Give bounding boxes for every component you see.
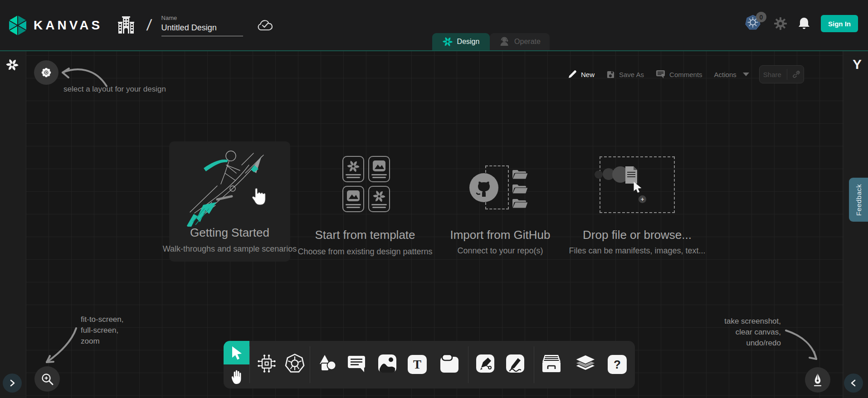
folder-icon xyxy=(512,197,528,209)
card-start-template-title: Start from template xyxy=(297,228,433,242)
dock-divider xyxy=(468,346,468,383)
cursor-arrow-icon xyxy=(633,182,642,193)
left-rail xyxy=(0,51,26,398)
template-spiral-icon xyxy=(347,160,360,173)
github-icon xyxy=(469,173,499,203)
k8s-count-badge: 0 xyxy=(756,12,766,22)
zoom-button[interactable] xyxy=(34,366,60,392)
shapes-icon xyxy=(317,353,338,374)
hand-pan-icon xyxy=(230,369,244,384)
pan-tool[interactable] xyxy=(224,364,249,388)
operate-headset-icon xyxy=(499,36,510,47)
pencil-draw-icon xyxy=(506,354,525,373)
card-drop-file-subtitle: Files can be manifests, images, text... xyxy=(567,246,707,256)
new-button[interactable]: New xyxy=(568,70,595,79)
template-image-icon xyxy=(346,190,360,202)
note-tool[interactable] xyxy=(439,354,459,375)
layer5-y-icon[interactable]: Y xyxy=(853,57,862,72)
expand-right-panel-button[interactable] xyxy=(844,374,863,393)
comment-icon xyxy=(346,354,366,373)
feedback-label: Feedback xyxy=(855,184,863,216)
header-left: KANVAS xyxy=(7,0,275,50)
card-getting-started-title: Getting Started xyxy=(169,226,290,240)
layers-tool[interactable] xyxy=(575,354,596,375)
screenshot-hint-arrow xyxy=(782,328,823,364)
card-getting-started-subtitle: Walk-throughs and sample scenarios xyxy=(158,244,302,254)
image-tool[interactable] xyxy=(378,354,397,375)
actions-label: Actions xyxy=(714,71,736,78)
card-drop-file-title: Drop file or browse... xyxy=(569,228,705,242)
folder-icon xyxy=(512,168,528,180)
right-rail xyxy=(843,51,868,398)
plus-icon: + xyxy=(639,195,646,203)
new-label: New xyxy=(581,71,595,78)
kanvas-logo-icon[interactable] xyxy=(7,14,28,37)
zoom-hint-arrow xyxy=(43,325,82,367)
tools-dock: T xyxy=(224,341,635,388)
template-spiral-icon xyxy=(373,190,385,203)
tab-design[interactable]: Design xyxy=(432,33,490,50)
drawer-tool[interactable] xyxy=(541,354,562,375)
pen-path-tool[interactable] xyxy=(476,354,495,375)
template-tile xyxy=(342,156,364,182)
comments-button[interactable]: Comments xyxy=(656,70,702,79)
cloud-saved-icon xyxy=(257,19,275,32)
kanvas-app: KANVAS xyxy=(0,0,868,398)
pencil-draw-tool[interactable] xyxy=(506,354,525,375)
canvas-toolbar: New Save As Comments xyxy=(568,65,804,84)
pen-nib-icon xyxy=(811,373,824,387)
tab-operate-label: Operate xyxy=(514,38,541,46)
save-as-label: Save As xyxy=(619,71,644,78)
text-tool-glyph: T xyxy=(413,358,421,372)
freehand-pen-button[interactable] xyxy=(805,367,830,393)
card-start-template-subtitle: Choose from existing design patterns xyxy=(293,247,438,257)
comments-icon xyxy=(656,70,665,79)
share-button[interactable]: Share xyxy=(759,65,804,83)
meshery-spiral-icon[interactable] xyxy=(6,58,19,71)
design-name-block: Name xyxy=(161,15,243,36)
template-tile xyxy=(342,186,364,212)
design-name-input[interactable] xyxy=(161,23,243,36)
settings-gear-icon[interactable] xyxy=(774,17,787,30)
save-icon xyxy=(606,70,615,79)
layout-hint-text: select a layout for your design xyxy=(63,85,166,94)
text-tool[interactable]: T xyxy=(408,355,427,374)
layout-select-button[interactable] xyxy=(34,60,59,85)
expand-left-panel-button[interactable] xyxy=(3,374,22,393)
card-import-github-title: Import from GitHub xyxy=(432,228,568,242)
tab-design-label: Design xyxy=(457,38,480,46)
cursor-hand-pointer xyxy=(250,186,268,206)
dock-divider xyxy=(310,346,310,383)
tab-operate[interactable]: Operate xyxy=(490,33,550,50)
note-icon xyxy=(439,354,459,374)
pen-tool-icon xyxy=(476,354,495,373)
kubernetes-context[interactable]: 0 xyxy=(745,15,763,33)
sign-in-button[interactable]: Sign In xyxy=(821,15,858,32)
card-getting-started[interactable] xyxy=(169,141,290,262)
design-canvas[interactable]: Y New Save As xyxy=(0,50,868,398)
breadcrumb-slash: / xyxy=(146,16,152,34)
design-spiral-icon xyxy=(443,37,453,47)
link-icon xyxy=(793,71,800,78)
comment-tool[interactable] xyxy=(346,354,366,375)
components-tool[interactable] xyxy=(256,353,277,376)
organization-icon[interactable] xyxy=(117,15,135,35)
header-right: 0 S xyxy=(745,0,858,47)
kubernetes-tool[interactable] xyxy=(284,353,305,376)
brand-wordmark: KANVAS xyxy=(34,18,102,33)
comments-label: Comments xyxy=(669,71,702,78)
save-as-button[interactable]: Save As xyxy=(606,70,644,79)
name-label: Name xyxy=(161,15,243,21)
shapes-tool[interactable] xyxy=(317,353,338,376)
kubernetes-wheel-icon xyxy=(284,353,305,374)
select-tool[interactable] xyxy=(224,341,249,364)
screenshot-hint-text: take screenshot, clear canvas, undo/redo xyxy=(668,316,781,349)
help-tool[interactable]: ? xyxy=(608,355,627,374)
drop-circle xyxy=(595,170,603,179)
dock-divider xyxy=(534,346,534,383)
actions-dropdown[interactable]: Actions xyxy=(714,71,749,78)
layout-flower-icon xyxy=(40,67,52,78)
feedback-tab[interactable]: Feedback xyxy=(849,178,868,222)
text-tool-tile: T xyxy=(408,355,427,374)
notifications-bell-icon[interactable] xyxy=(798,17,810,30)
